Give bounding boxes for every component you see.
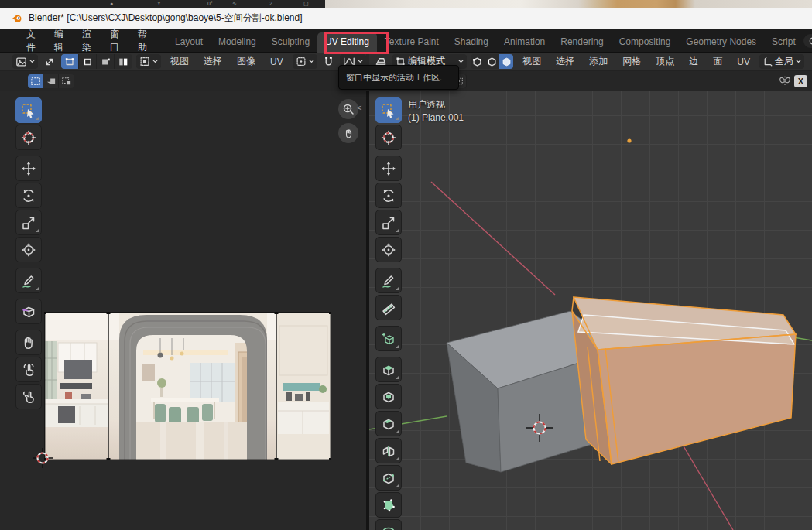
uv-image[interactable]	[44, 312, 331, 460]
tab-animation[interactable]: Animation	[496, 32, 553, 53]
uv-menu-uv[interactable]: UV	[265, 56, 289, 67]
uv-vertex-select-button[interactable]	[61, 54, 79, 69]
edge-select-button[interactable]	[485, 54, 499, 69]
uv-2d-cursor[interactable]	[32, 447, 53, 469]
vp-menu-face[interactable]: 面	[708, 55, 728, 68]
uv-editor-header: 视图 选择 图像 UV	[0, 53, 366, 71]
background-glyph: ●	[110, 0, 113, 8]
chevron-down-icon	[309, 60, 314, 63]
viewport-scene	[369, 91, 812, 530]
orientation-axes-icon	[762, 56, 773, 67]
scale-tool-button[interactable]	[15, 210, 42, 235]
cursor-tool-button[interactable]	[375, 125, 402, 150]
uv-select-mode-group	[61, 54, 132, 69]
background-light-area	[325, 0, 812, 8]
scene-selector-button[interactable]	[803, 34, 812, 48]
light-object-dot[interactable]	[627, 138, 631, 142]
pinch-tool-button[interactable]	[15, 384, 42, 409]
background-strip: ● Y 0° ∿ 2 ▢	[0, 0, 812, 8]
rotate-tool-button[interactable]	[375, 183, 402, 208]
tab-sculpting[interactable]: Sculpting	[264, 32, 317, 53]
move-tool-button[interactable]	[375, 156, 402, 181]
viewport-3d-area[interactable]: 用户透视 (1) Plane.001	[369, 91, 812, 530]
snap-magnet-icon	[323, 56, 334, 67]
vp-menu-vertex[interactable]: 顶点	[650, 55, 680, 68]
transform-tool-button[interactable]	[15, 237, 42, 262]
measure-tool-button[interactable]	[375, 295, 402, 320]
tab-geometry-nodes[interactable]: Geometry Nodes	[678, 32, 764, 53]
knife-tool-button[interactable]	[375, 465, 402, 491]
orientation-label: 全局	[775, 55, 793, 68]
tab-modeling[interactable]: Modeling	[211, 32, 264, 53]
rip-region-tool-button[interactable]	[15, 299, 42, 324]
add-cube-tool-button[interactable]	[375, 326, 402, 351]
scene-icon	[808, 36, 812, 46]
uv-island-select-button[interactable]	[115, 54, 132, 69]
zoom-button[interactable]	[338, 99, 358, 119]
tab-rendering[interactable]: Rendering	[553, 32, 611, 53]
tab-script[interactable]: Script	[764, 32, 803, 53]
face-select-button[interactable]	[499, 54, 513, 69]
poly-build-tool-button[interactable]	[375, 492, 402, 518]
transform-tool-button[interactable]	[375, 237, 402, 262]
tooltip: 窗口中显示的活动工作区.	[338, 65, 459, 90]
vp-menu-view[interactable]: 视图	[517, 55, 546, 68]
uv-sync-selection-button[interactable]	[42, 54, 57, 69]
background-glyph: Y	[157, 0, 161, 8]
transform-orientation-dropdown[interactable]: 全局	[759, 54, 804, 69]
move-tool-button[interactable]	[15, 156, 42, 181]
tab-shading[interactable]: Shading	[447, 32, 496, 53]
zoom-icon	[342, 103, 355, 115]
extrude-region-tool-button[interactable]	[375, 357, 402, 382]
collapse-region-arrow[interactable]: <	[357, 103, 361, 112]
loop-cut-tool-button[interactable]	[375, 438, 402, 463]
uv-face-select-button[interactable]	[97, 54, 115, 69]
vertex-select-button[interactable]	[471, 54, 485, 69]
scale-tool-button[interactable]	[375, 210, 402, 235]
tweak-tool-button[interactable]	[15, 97, 42, 123]
chevron-down-icon	[796, 60, 801, 63]
select-set-button[interactable]	[28, 74, 43, 88]
tab-compositing[interactable]: Compositing	[612, 32, 679, 53]
vp-menu-uv[interactable]: UV	[731, 56, 755, 67]
snap-toggle-button[interactable]	[321, 54, 336, 69]
background-glyph: 0°	[207, 0, 213, 8]
vp-menu-edge[interactable]: 边	[684, 55, 704, 68]
uv-menu-select[interactable]: 选择	[198, 55, 228, 68]
annotate-tool-button[interactable]	[15, 268, 42, 293]
tweak-tool-button[interactable]	[375, 97, 402, 123]
y-axis-line	[793, 337, 812, 340]
editor-type-button[interactable]	[12, 54, 38, 69]
sticky-selection-button[interactable]	[136, 54, 161, 69]
spin-tool-button[interactable]	[375, 519, 402, 530]
pivot-point-button[interactable]	[293, 54, 317, 69]
vp-menu-select[interactable]: 选择	[550, 55, 580, 68]
cursor-tool-button[interactable]	[15, 125, 42, 150]
vp-menu-mesh[interactable]: 网格	[617, 55, 646, 68]
tab-layout[interactable]: Layout	[167, 32, 211, 53]
pan-button[interactable]	[338, 123, 358, 143]
grab-tool-button[interactable]	[15, 330, 42, 355]
annotate-tool-button[interactable]	[375, 268, 402, 293]
bevel-tool-button[interactable]	[375, 411, 402, 436]
uv-editor-area[interactable]: <	[0, 91, 366, 530]
sync-selection-icon	[43, 56, 56, 68]
vp-menu-add[interactable]: 添加	[584, 55, 613, 68]
uv-toolbar	[15, 97, 42, 411]
select-extend-button[interactable]	[43, 74, 59, 88]
uv-menu-image[interactable]: 图像	[231, 55, 261, 68]
tab-texture-paint[interactable]: Texture Paint	[377, 32, 447, 53]
relax-tool-button[interactable]	[15, 357, 42, 382]
uv-edge-select-button[interactable]	[79, 54, 97, 69]
selected-cube-object[interactable]	[572, 297, 796, 464]
inset-faces-tool-button[interactable]	[375, 384, 402, 409]
rotate-tool-button[interactable]	[15, 183, 42, 208]
uv-menu-view[interactable]: 视图	[165, 55, 194, 68]
blender-logo-icon	[11, 12, 22, 24]
mirror-x-toggle[interactable]: X	[794, 75, 807, 87]
select-subtract-button[interactable]	[59, 74, 74, 88]
tab-uv-editing[interactable]: UV Editing	[317, 32, 377, 53]
background-glyph: ▢	[303, 0, 309, 8]
uv-editor-type-icon	[15, 56, 27, 67]
tooltip-text: 窗口中显示的活动工作区.	[346, 72, 442, 84]
